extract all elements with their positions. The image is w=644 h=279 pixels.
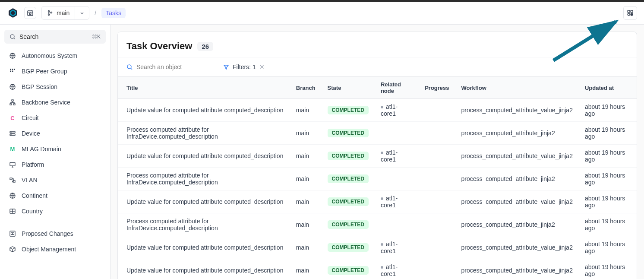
cell-state: COMPLETED (322, 190, 375, 213)
table-row[interactable]: Update value for computed attribute comp… (118, 99, 637, 122)
branch-icon (47, 10, 53, 16)
column-header[interactable]: Title (118, 77, 290, 99)
app-logo[interactable] (7, 7, 19, 19)
sidebar-item-backbone-service[interactable]: Backbone Service (4, 95, 106, 110)
apps-button[interactable] (623, 6, 637, 20)
cell-title: Update value for computed attribute comp… (118, 236, 290, 259)
column-header[interactable]: Updated at (579, 77, 637, 99)
object-search[interactable] (126, 63, 213, 70)
cell-progress (419, 213, 455, 236)
network-icon (9, 176, 16, 184)
column-header[interactable]: State (322, 77, 375, 99)
column-header[interactable]: Branch (290, 77, 322, 99)
sidebar-item-vlan[interactable]: VLAN (4, 172, 106, 188)
sidebar-item-device[interactable]: Device (4, 126, 106, 141)
sidebar-item-continent[interactable]: Continent (4, 188, 106, 203)
page-title: Task Overview (126, 41, 192, 52)
cell-title: Process computed attribute for InfraDevi… (118, 213, 290, 236)
cell-state: COMPLETED (322, 122, 375, 145)
nav-letter-icon: M (9, 145, 16, 153)
table-row[interactable]: Update value for computed attribute comp… (118, 190, 637, 213)
sidebar-item-label: BGP Session (22, 83, 57, 90)
svg-point-12 (10, 35, 14, 38)
app-header: main / Tasks (0, 2, 644, 25)
status-dot (381, 106, 383, 108)
sidebar-item-label: VLAN (22, 177, 38, 184)
cell-title: Update value for computed attribute comp… (118, 145, 290, 168)
cell-workflow: process_computed_attribute_value_jinja2 (455, 145, 579, 168)
breadcrumb-current[interactable]: Tasks (101, 8, 126, 18)
status-dot (381, 243, 383, 246)
status-dot (381, 152, 383, 154)
cell-branch: main (290, 190, 322, 213)
globe-icon (9, 192, 16, 200)
sidebar-item-mlag-domain[interactable]: MMLAG Domain (4, 141, 106, 157)
cell-state: COMPLETED (322, 168, 375, 190)
cell-progress (419, 145, 455, 168)
cell-title: Process computed attribute for InfraDevi… (118, 168, 290, 190)
main-content: Task Overview 26 Filters: 1 ✕ TitleBranc… (110, 25, 644, 279)
object-search-input[interactable] (136, 63, 205, 70)
cell-state: COMPLETED (322, 259, 375, 279)
svg-point-4 (29, 13, 31, 15)
svg-rect-14 (10, 69, 11, 70)
filter-label: Filters: 1 (233, 63, 256, 70)
sidebar-item-bgp-session[interactable]: BGP Session (4, 79, 106, 95)
cell-updated: about 19 hours ago (579, 236, 637, 259)
cell-updated: about 19 hours ago (579, 99, 637, 122)
svg-rect-16 (14, 69, 15, 70)
sidebar-item-label: Backbone Service (22, 99, 70, 106)
sidebar-item-label: Platform (22, 161, 44, 168)
column-header[interactable]: Related node (375, 77, 419, 99)
branch-dropdown-toggle[interactable] (75, 6, 89, 19)
table-row[interactable]: Process computed attribute for InfraDevi… (118, 168, 637, 190)
tasks-table: TitleBranchStateRelated nodeProgressWork… (118, 76, 637, 279)
filter-clear[interactable]: ✕ (259, 63, 265, 70)
cell-node: atl1-core1 (375, 236, 419, 259)
cell-branch: main (290, 259, 322, 279)
cell-workflow: process_computed_attribute_value_jinja2 (455, 190, 579, 213)
state-badge: COMPLETED (328, 243, 369, 252)
sidebar-item-platform[interactable]: Platform (4, 157, 106, 172)
table-row[interactable]: Process computed attribute for InfraDevi… (118, 122, 637, 145)
column-header[interactable]: Workflow (455, 77, 579, 99)
task-overview-card: Task Overview 26 Filters: 1 ✕ TitleBranc… (117, 32, 637, 279)
hierarchy-icon (9, 98, 16, 106)
cell-node: atl1-core1 (375, 190, 419, 213)
cell-node (375, 168, 419, 190)
sidebar-item-circuit[interactable]: CCircuit (4, 110, 106, 126)
sidebar-item-country[interactable]: Country (4, 203, 106, 219)
branch-picker: main (41, 6, 89, 20)
svg-rect-20 (12, 100, 13, 101)
sidebar-item-object-management[interactable]: Object Management (4, 241, 106, 257)
breadcrumb-separator: / (95, 10, 96, 16)
cell-workflow: process_computed_attribute_jinja2 (455, 213, 579, 236)
svg-point-10 (628, 13, 630, 16)
calendar-button[interactable] (24, 7, 36, 19)
cell-node (375, 122, 419, 145)
apps-icon (627, 10, 634, 16)
svg-rect-17 (10, 71, 11, 72)
table-row[interactable]: Update value for computed attribute comp… (118, 236, 637, 259)
branch-current[interactable]: main (42, 10, 75, 16)
search-box[interactable]: Search ⌘K (4, 30, 106, 44)
table-row[interactable]: Update value for computed attribute comp… (118, 259, 637, 279)
cell-branch: main (290, 145, 322, 168)
sidebar-item-proposed-changes[interactable]: Proposed Changes (4, 226, 106, 241)
sidebar-item-bgp-peer-group[interactable]: BGP Peer Group (4, 63, 106, 79)
sidebar-item-label: Continent (22, 192, 47, 199)
state-badge: COMPLETED (328, 129, 369, 137)
svg-point-5 (48, 11, 50, 12)
table-row[interactable]: Update value for computed attribute comp… (118, 145, 637, 168)
cell-title: Process computed attribute for InfraDevi… (118, 122, 290, 145)
cell-branch: main (290, 236, 322, 259)
cell-progress (419, 190, 455, 213)
sidebar-item-autonomous-system[interactable]: Autonomous System (4, 48, 106, 63)
search-icon (126, 64, 133, 70)
cell-branch: main (290, 168, 322, 190)
column-header[interactable]: Progress (419, 77, 455, 99)
table-row[interactable]: Process computed attribute for InfraDevi… (118, 213, 637, 236)
state-badge: COMPLETED (328, 266, 369, 275)
filter-chip[interactable]: Filters: 1 ✕ (223, 63, 265, 70)
svg-point-26 (11, 135, 11, 135)
